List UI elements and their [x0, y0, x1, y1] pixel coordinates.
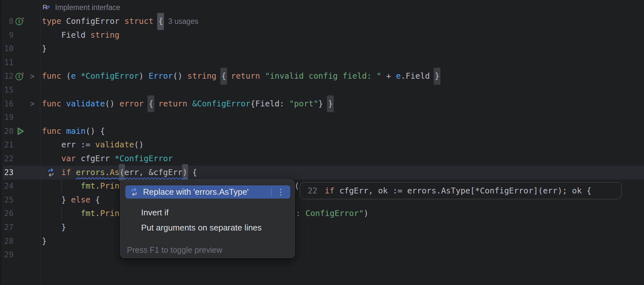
code-token: fmt [81, 181, 95, 191]
fold-chevron-icon[interactable]: > [30, 97, 34, 111]
line-number: 20 [0, 124, 14, 138]
code-token: if [61, 168, 71, 177]
code-text[interactable]: fmt.Prin [42, 207, 120, 221]
code-line-8: 8I↑type ConfigError struct {3 usages [0, 15, 644, 28]
code-token: errors [76, 168, 105, 177]
fold-chevron-icon[interactable]: > [30, 69, 34, 83]
code-token: . [105, 168, 110, 177]
code-text[interactable]: var cfgErr *ConfigError [42, 152, 173, 166]
usages-badge[interactable]: 3 usages [168, 17, 198, 25]
line-number: 15 [0, 83, 14, 97]
implemented-interface-icon[interactable]: I↑ [15, 69, 26, 83]
line-number: 23 [0, 166, 14, 180]
code-token: validate [95, 140, 134, 149]
intention-preview-box: 22 if cfgErr, ok := errors.AsType[*Confi… [300, 182, 622, 199]
code-token [42, 154, 61, 163]
code-token [71, 168, 76, 177]
code-token: () { [86, 126, 105, 136]
code-line-23: 23 if errors.As(err, &cfgErr) { [0, 166, 644, 180]
interface-circle-icon: I↑ [15, 72, 26, 81]
code-token: func [42, 71, 61, 81]
line-number: 10 [0, 42, 14, 56]
code-text[interactable]: } else { [42, 193, 100, 207]
code-token: *ConfigError [115, 154, 173, 163]
code-token: &ConfigError [192, 99, 251, 108]
code-token: Prin [100, 181, 120, 191]
code-token: } [434, 68, 440, 85]
code-token [226, 71, 231, 81]
code-vision-label: Implement interface [55, 3, 120, 12]
kebab-menu-icon[interactable]: ⋮ [277, 188, 285, 196]
code-line-9: 9 Field string [0, 28, 644, 42]
popup-item-invert-if[interactable]: Invert if [141, 208, 168, 218]
code-line-20: 20func main() { [0, 124, 644, 138]
line-number: 28 [0, 234, 14, 248]
line-number: 19 [0, 111, 14, 124]
code-token [61, 99, 66, 108]
preview-code: if cfgErr, ok := errors.AsType[*ConfigEr… [325, 186, 591, 195]
code-token: err, &cfgErr [124, 168, 183, 177]
code-text[interactable]: func main() { [42, 124, 105, 138]
implemented-interface-icon[interactable]: I↑ [15, 15, 26, 28]
line-number: 22 [0, 152, 14, 166]
code-token: type [42, 16, 61, 26]
line-number: 27 [0, 221, 14, 234]
code-text[interactable]: } [42, 221, 66, 234]
code-text[interactable]: err := validate() [42, 138, 144, 152]
code-token: . [95, 181, 100, 191]
code-token: struct [124, 16, 153, 26]
interface-circle-icon: I↑ [15, 16, 26, 26]
code-token [260, 71, 265, 81]
code-token: . [95, 209, 100, 218]
code-text[interactable]: func validate() error { return &ConfigEr… [42, 97, 333, 111]
code-token [76, 71, 81, 81]
code-line-11: 11 [0, 56, 644, 70]
code-token: string [187, 71, 216, 81]
code-text[interactable]: fmt.Prin [42, 179, 120, 193]
code-token: () [173, 71, 187, 81]
line-number: 29 [0, 248, 14, 262]
code-token: e [396, 71, 401, 81]
code-token: fmt [81, 209, 95, 218]
code-token: As [110, 168, 120, 177]
code-token: return [158, 99, 187, 108]
code-token: func [42, 126, 61, 136]
code-line-16: 16>func validate() error { return &Confi… [0, 97, 644, 111]
code-token: : ConfigError" [296, 209, 364, 218]
line-number: 12 [0, 69, 14, 83]
line-number: 25 [0, 193, 14, 207]
code-token: { [187, 168, 197, 177]
code-text[interactable]: if errors.As(err, &cfgErr) { [42, 166, 197, 180]
line-number: 8 [0, 15, 14, 28]
run-icon[interactable] [15, 124, 25, 138]
code-token: } [42, 195, 71, 204]
code-line-12: 12I↑>func (e *ConfigError) Error() strin… [0, 69, 644, 83]
code-token: ) [139, 71, 149, 81]
code-vision-hint[interactable]: R✎ Implement interface [43, 1, 120, 14]
code-text[interactable]: type ConfigError struct {3 usages [42, 15, 198, 28]
code-token: } [327, 95, 334, 113]
code-text[interactable]: func (e *ConfigError) Error() string { r… [42, 69, 439, 83]
code-token: var [61, 154, 76, 163]
popup-item-replace-with-errors-astype[interactable]: Replace with 'errors.AsType' ⋮ [125, 185, 290, 199]
line-number: 16 [0, 97, 14, 111]
code-token [187, 99, 192, 108]
popup-divider [124, 202, 291, 202]
line-number: 21 [0, 138, 14, 152]
code-token: main [66, 126, 85, 136]
code-fragment[interactable]: : ConfigError") [296, 207, 369, 221]
code-token: cfgErr [76, 154, 114, 163]
code-line-29: 29 [0, 248, 644, 262]
code-line-19: 19 [0, 111, 644, 124]
code-token: + [381, 71, 396, 81]
code-text[interactable]: Field string [42, 28, 120, 42]
line-number: 9 [0, 28, 14, 42]
indent-guide [61, 179, 62, 193]
code-token: ( [294, 181, 299, 191]
intention-actions-popup: Replace with 'errors.AsType' ⋮ Invert if… [120, 180, 295, 258]
code-token: "invalid config field: " [265, 71, 381, 81]
popup-item-put-arguments[interactable]: Put arguments on separate lines [141, 223, 262, 233]
code-text[interactable]: } [42, 234, 47, 248]
code-token: .Field [401, 71, 435, 81]
code-text[interactable]: } [42, 42, 47, 56]
